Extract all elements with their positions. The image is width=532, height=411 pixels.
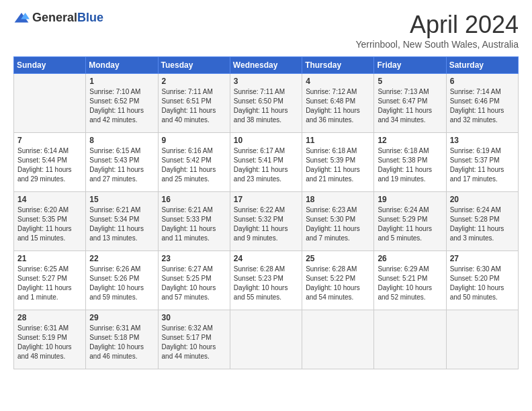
day-number: 7: [17, 136, 82, 145]
cell-text: Sunrise: 6:30 AMSunset: 5:20 PMDaylight:…: [450, 265, 515, 302]
cell-text: Sunrise: 6:29 AMSunset: 5:21 PMDaylight:…: [378, 265, 442, 302]
day-number: 19: [378, 195, 442, 204]
calendar-cell: 1Sunrise: 7:10 AMSunset: 6:52 PMDaylight…: [86, 74, 158, 133]
day-number: 30: [162, 313, 226, 322]
calendar-cell: 26Sunrise: 6:29 AMSunset: 5:21 PMDayligh…: [374, 251, 446, 310]
day-number: 15: [89, 195, 154, 204]
calendar-cell: [14, 74, 86, 133]
calendar-cell: 7Sunrise: 6:14 AMSunset: 5:44 PMDaylight…: [14, 133, 86, 192]
day-header-saturday: Saturday: [446, 57, 518, 74]
day-header-thursday: Thursday: [302, 57, 374, 74]
calendar-cell: 4Sunrise: 7:12 AMSunset: 6:48 PMDaylight…: [302, 74, 374, 133]
calendar-cell: 3Sunrise: 7:11 AMSunset: 6:50 PMDaylight…: [230, 74, 302, 133]
calendar-cell: 28Sunrise: 6:31 AMSunset: 5:19 PMDayligh…: [14, 310, 86, 369]
day-header-wednesday: Wednesday: [230, 57, 302, 74]
day-number: 5: [378, 77, 442, 86]
calendar-cell: 17Sunrise: 6:22 AMSunset: 5:32 PMDayligh…: [230, 192, 302, 251]
cell-text: Sunrise: 6:15 AMSunset: 5:43 PMDaylight:…: [89, 146, 154, 184]
day-number: 9: [162, 136, 226, 145]
calendar-cell: 2Sunrise: 7:11 AMSunset: 6:51 PMDaylight…: [158, 74, 230, 133]
day-number: 13: [450, 136, 515, 145]
cell-text: Sunrise: 6:28 AMSunset: 5:22 PMDaylight:…: [306, 265, 370, 302]
calendar-cell: 10Sunrise: 6:17 AMSunset: 5:41 PMDayligh…: [230, 133, 302, 192]
cell-text: Sunrise: 6:32 AMSunset: 5:17 PMDaylight:…: [162, 324, 226, 361]
logo-icon: [13, 11, 30, 25]
calendar-cell: 23Sunrise: 6:27 AMSunset: 5:25 PMDayligh…: [158, 251, 230, 310]
cell-text: Sunrise: 7:13 AMSunset: 6:47 PMDaylight:…: [378, 87, 442, 125]
day-number: 2: [162, 77, 226, 86]
cell-text: Sunrise: 7:10 AMSunset: 6:52 PMDaylight:…: [89, 87, 154, 125]
calendar-cell: 11Sunrise: 6:18 AMSunset: 5:39 PMDayligh…: [302, 133, 374, 192]
cell-text: Sunrise: 6:23 AMSunset: 5:30 PMDaylight:…: [306, 205, 370, 243]
calendar-cell: 5Sunrise: 7:13 AMSunset: 6:47 PMDaylight…: [374, 74, 446, 133]
calendar-week-row: 28Sunrise: 6:31 AMSunset: 5:19 PMDayligh…: [14, 310, 519, 369]
calendar-cell: 14Sunrise: 6:20 AMSunset: 5:35 PMDayligh…: [14, 192, 86, 251]
cell-text: Sunrise: 6:18 AMSunset: 5:39 PMDaylight:…: [306, 146, 370, 184]
cell-text: Sunrise: 6:28 AMSunset: 5:23 PMDaylight:…: [234, 265, 298, 302]
day-number: 22: [89, 254, 154, 263]
calendar-week-row: 14Sunrise: 6:20 AMSunset: 5:35 PMDayligh…: [14, 192, 519, 251]
cell-text: Sunrise: 6:14 AMSunset: 5:44 PMDaylight:…: [17, 146, 82, 184]
calendar-cell: 8Sunrise: 6:15 AMSunset: 5:43 PMDaylight…: [86, 133, 158, 192]
calendar-cell: 12Sunrise: 6:18 AMSunset: 5:38 PMDayligh…: [374, 133, 446, 192]
day-number: 12: [378, 136, 442, 145]
calendar-cell: 30Sunrise: 6:32 AMSunset: 5:17 PMDayligh…: [158, 310, 230, 369]
cell-text: Sunrise: 6:21 AMSunset: 5:34 PMDaylight:…: [89, 205, 154, 243]
day-number: 18: [306, 195, 370, 204]
day-number: 23: [162, 254, 226, 263]
calendar-week-row: 7Sunrise: 6:14 AMSunset: 5:44 PMDaylight…: [14, 133, 519, 192]
calendar-cell: 21Sunrise: 6:25 AMSunset: 5:27 PMDayligh…: [14, 251, 86, 310]
calendar-cell: 18Sunrise: 6:23 AMSunset: 5:30 PMDayligh…: [302, 192, 374, 251]
day-number: 27: [450, 254, 515, 263]
cell-text: Sunrise: 6:17 AMSunset: 5:41 PMDaylight:…: [234, 146, 298, 184]
calendar-cell: [230, 310, 302, 369]
calendar-cell: 16Sunrise: 6:21 AMSunset: 5:33 PMDayligh…: [158, 192, 230, 251]
calendar-week-row: 21Sunrise: 6:25 AMSunset: 5:27 PMDayligh…: [14, 251, 519, 310]
cell-text: Sunrise: 6:22 AMSunset: 5:32 PMDaylight:…: [234, 205, 298, 243]
cell-text: Sunrise: 6:20 AMSunset: 5:35 PMDaylight:…: [17, 205, 82, 243]
cell-text: Sunrise: 7:11 AMSunset: 6:50 PMDaylight:…: [234, 87, 298, 125]
day-number: 4: [306, 77, 370, 86]
cell-text: Sunrise: 6:21 AMSunset: 5:33 PMDaylight:…: [162, 205, 226, 243]
calendar-cell: [446, 310, 518, 369]
page-header: GeneralBlue April 2024 Yerrinbool, New S…: [13, 11, 519, 50]
title-block: April 2024 Yerrinbool, New South Wales, …: [355, 11, 519, 50]
cell-text: Sunrise: 6:31 AMSunset: 5:19 PMDaylight:…: [17, 324, 82, 361]
calendar-cell: 13Sunrise: 6:19 AMSunset: 5:37 PMDayligh…: [446, 133, 518, 192]
cell-text: Sunrise: 6:24 AMSunset: 5:28 PMDaylight:…: [450, 205, 515, 243]
calendar-table: SundayMondayTuesdayWednesdayThursdayFrid…: [13, 56, 519, 369]
day-number: 16: [162, 195, 226, 204]
calendar-cell: 22Sunrise: 6:26 AMSunset: 5:26 PMDayligh…: [86, 251, 158, 310]
cell-text: Sunrise: 6:25 AMSunset: 5:27 PMDaylight:…: [17, 265, 82, 302]
day-number: 14: [17, 195, 82, 204]
calendar-week-row: 1Sunrise: 7:10 AMSunset: 6:52 PMDaylight…: [14, 74, 519, 133]
calendar-cell: 25Sunrise: 6:28 AMSunset: 5:22 PMDayligh…: [302, 251, 374, 310]
location-title: Yerrinbool, New South Wales, Australia: [355, 39, 519, 50]
day-number: 21: [17, 254, 82, 263]
calendar-cell: 15Sunrise: 6:21 AMSunset: 5:34 PMDayligh…: [86, 192, 158, 251]
day-number: 28: [17, 313, 82, 322]
day-header-sunday: Sunday: [14, 57, 86, 74]
day-number: 17: [234, 195, 298, 204]
logo-general: General: [32, 11, 77, 24]
day-number: 20: [450, 195, 515, 204]
logo: GeneralBlue: [13, 11, 103, 25]
day-number: 26: [378, 254, 442, 263]
cell-text: Sunrise: 7:11 AMSunset: 6:51 PMDaylight:…: [162, 87, 226, 125]
cell-text: Sunrise: 6:27 AMSunset: 5:25 PMDaylight:…: [162, 265, 226, 302]
logo-blue: Blue: [77, 11, 103, 24]
cell-text: Sunrise: 6:19 AMSunset: 5:37 PMDaylight:…: [450, 146, 515, 184]
cell-text: Sunrise: 7:12 AMSunset: 6:48 PMDaylight:…: [306, 87, 370, 125]
day-number: 29: [89, 313, 154, 322]
calendar-cell: 24Sunrise: 6:28 AMSunset: 5:23 PMDayligh…: [230, 251, 302, 310]
day-number: 6: [450, 77, 515, 86]
cell-text: Sunrise: 7:14 AMSunset: 6:46 PMDaylight:…: [450, 87, 515, 125]
calendar-cell: [374, 310, 446, 369]
cell-text: Sunrise: 6:24 AMSunset: 5:29 PMDaylight:…: [378, 205, 442, 243]
cell-text: Sunrise: 6:16 AMSunset: 5:42 PMDaylight:…: [162, 146, 226, 184]
cell-text: Sunrise: 6:26 AMSunset: 5:26 PMDaylight:…: [89, 265, 154, 302]
calendar-cell: 9Sunrise: 6:16 AMSunset: 5:42 PMDaylight…: [158, 133, 230, 192]
day-header-tuesday: Tuesday: [158, 57, 230, 74]
day-number: 11: [306, 136, 370, 145]
day-number: 10: [234, 136, 298, 145]
